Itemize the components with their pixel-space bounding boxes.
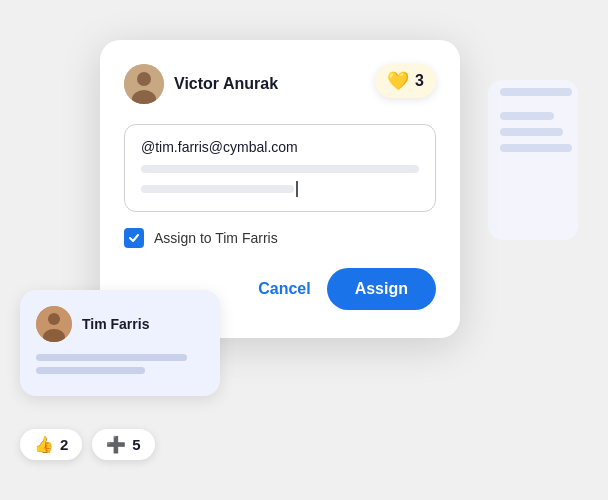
heart-count: 3 — [415, 72, 424, 90]
tim-farris-card: Tim Farris — [20, 290, 220, 396]
bottom-badges: 👍 2 ➕ 5 — [20, 429, 155, 460]
email-field[interactable]: @tim.farris@cymbal.com — [141, 139, 419, 155]
scene: 💛 3 Victor Anurak @tim.farris@cymbal.com — [0, 0, 608, 500]
cursor-line — [141, 181, 419, 197]
heart-badge: 💛 3 — [375, 64, 436, 98]
input-line-1 — [141, 165, 419, 173]
thumbs-up-count: 2 — [60, 436, 68, 453]
bg-line-1 — [500, 88, 572, 96]
background-card — [488, 80, 578, 240]
svg-point-4 — [48, 313, 60, 325]
tim-line-1 — [36, 354, 187, 361]
plus-icon: ➕ — [106, 435, 126, 454]
bg-line-4 — [500, 144, 572, 152]
tim-line-2 — [36, 367, 145, 374]
checkbox-row[interactable]: Assign to Tim Farris — [124, 228, 436, 248]
tim-name: Tim Farris — [82, 316, 149, 332]
thumbs-up-icon: 👍 — [34, 435, 54, 454]
tim-avatar — [36, 306, 72, 342]
avatar — [124, 64, 164, 104]
cancel-button[interactable]: Cancel — [258, 280, 310, 298]
bg-line-2 — [500, 112, 554, 120]
input-line-2 — [141, 185, 294, 193]
plus-count: 5 — [132, 436, 140, 453]
input-box[interactable]: @tim.farris@cymbal.com — [124, 124, 436, 212]
assign-checkbox[interactable] — [124, 228, 144, 248]
text-cursor — [296, 181, 298, 197]
checkbox-label: Assign to Tim Farris — [154, 230, 278, 246]
user-name: Victor Anurak — [174, 75, 278, 93]
assign-button[interactable]: Assign — [327, 268, 436, 310]
plus-badge[interactable]: ➕ 5 — [92, 429, 154, 460]
thumbs-up-badge[interactable]: 👍 2 — [20, 429, 82, 460]
svg-point-1 — [137, 72, 151, 86]
heart-icon: 💛 — [387, 70, 409, 92]
bg-line-3 — [500, 128, 563, 136]
tim-header: Tim Farris — [36, 306, 204, 342]
